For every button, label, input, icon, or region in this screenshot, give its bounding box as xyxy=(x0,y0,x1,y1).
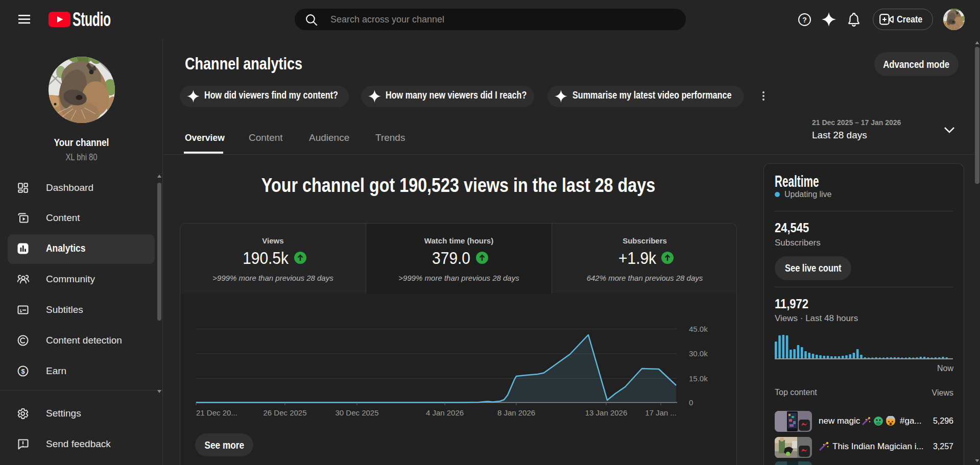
svg-text:?: ? xyxy=(802,16,807,24)
svg-text:$: $ xyxy=(21,368,25,375)
